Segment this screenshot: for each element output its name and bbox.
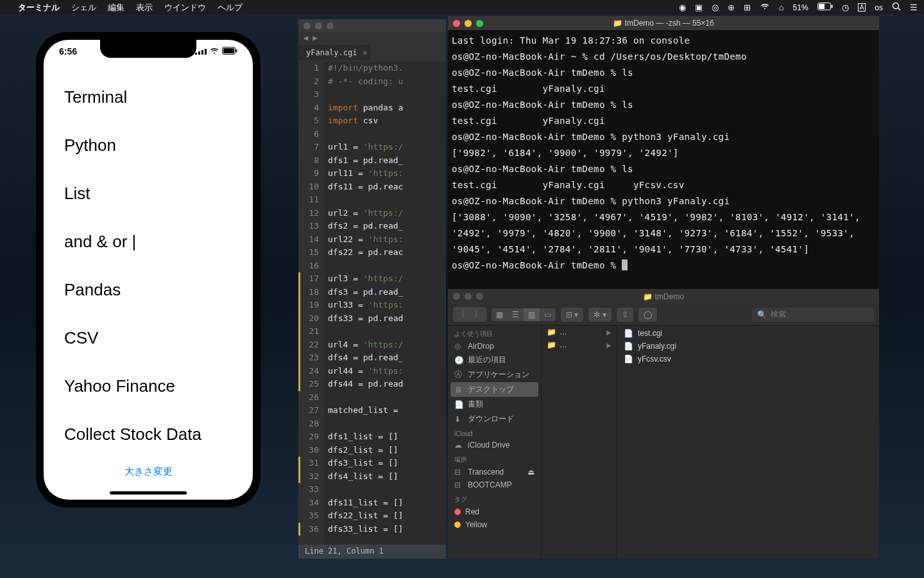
share-button[interactable]: ⇧ (617, 308, 633, 322)
phone-row[interactable]: Terminal (64, 73, 232, 121)
display-icon[interactable]: ▣ (695, 3, 703, 12)
battery-percent: 51% (793, 3, 809, 12)
editor-titlebar (298, 19, 446, 32)
eject-icon[interactable]: ⏏ (527, 468, 535, 477)
file-item[interactable]: 📄yFanaly.cgi (617, 340, 879, 353)
svg-rect-7 (201, 50, 203, 55)
home-indicator[interactable] (110, 491, 187, 495)
sidebar-tag-yellow[interactable]: Yellow (448, 518, 541, 531)
circle-icon[interactable]: ◎ (712, 3, 719, 12)
view-list-button[interactable]: ☰ (508, 308, 524, 321)
applications-icon: Ⓐ (454, 369, 463, 380)
chevron-right-icon: ▶ (606, 342, 612, 349)
finder-search[interactable]: 🔍 検索 (752, 308, 874, 322)
code-lines[interactable]: #!/bin/python3.# -*- coding: u import pa… (324, 62, 403, 545)
clock-icon[interactable]: ◷ (842, 3, 849, 12)
file-item[interactable]: 📄test.cgi (617, 327, 879, 340)
sidebar-item-iclouddrive[interactable]: ☁iCloud Drive (448, 439, 541, 451)
phone-row[interactable]: Collect Stock Data (64, 410, 232, 459)
minimize-icon[interactable] (465, 20, 472, 27)
tag-dot-yellow-icon (454, 521, 461, 528)
battery-icon[interactable] (817, 3, 833, 12)
plugin-icon[interactable]: ⊕ (728, 3, 735, 12)
maximize-icon[interactable] (476, 20, 483, 27)
svg-rect-1 (819, 4, 825, 9)
sidebar-item-desktop[interactable]: 🖥デスクトップ (450, 382, 538, 397)
action-button[interactable]: ✻ ▾ (588, 308, 611, 322)
close-icon[interactable] (453, 293, 460, 300)
menu-help[interactable]: ヘルプ (218, 2, 243, 13)
terminal-body[interactable]: Last login: Thu Mar 19 18:27:36 on conso… (448, 30, 879, 289)
editor-nav[interactable]: ◀ ▶ (298, 32, 446, 44)
file-item[interactable]: 📄yFcsv.csv (617, 353, 879, 365)
tab-close-icon[interactable]: × (363, 48, 367, 57)
close-icon[interactable] (304, 22, 311, 30)
finder-toolbar: 〈 〉 ▦ ☰ ▥ ▭ ⊟ ▾ ✻ ▾ ⇧ ◯ 🔍 検索 (448, 304, 879, 326)
phone-row[interactable]: and & or | (64, 218, 232, 266)
menu-edit[interactable]: 編集 (108, 2, 124, 13)
maximize-icon[interactable] (327, 22, 334, 30)
phone-notch (100, 40, 196, 58)
drive-icon: ⊟ (454, 480, 463, 489)
phone-row[interactable]: Python (64, 121, 232, 170)
svg-line-4 (898, 8, 901, 11)
sidebar-locations-header: 場所 (448, 451, 541, 466)
menu-window[interactable]: ウインドウ (164, 2, 206, 13)
grid-icon[interactable]: ⊞ (744, 3, 751, 12)
menu-list-icon[interactable]: ☰ (910, 3, 918, 12)
code-body[interactable]: 1234567891011121314151617181920212223242… (298, 62, 446, 545)
sidebar-item-transcend[interactable]: ⊟Transcend⏏ (448, 466, 541, 478)
desktop-icon: 🖥 (454, 385, 463, 394)
spotlight-icon[interactable] (892, 2, 901, 13)
downloads-icon: ⬇ (454, 415, 463, 424)
svg-rect-11 (236, 49, 237, 53)
sidebar-item-documents[interactable]: 📄書類 (448, 397, 541, 412)
svg-rect-10 (223, 48, 234, 53)
sidebar-item-recents[interactable]: 🕘最近の項目 (448, 353, 541, 367)
editor-tab[interactable]: yFanaly.cgi × (298, 45, 371, 60)
close-icon[interactable] (453, 20, 460, 27)
phone-row[interactable]: List (64, 170, 232, 218)
phone-row[interactable]: Yahoo Finance (64, 362, 232, 410)
view-icon-button[interactable]: ▦ (492, 308, 508, 321)
phone-list: Terminal Python List and & or | Pandas C… (44, 57, 253, 475)
minimize-icon[interactable] (465, 293, 472, 300)
view-gallery-button[interactable]: ▭ (540, 308, 556, 321)
sidebar-item-applications[interactable]: Ⓐアプリケーション (448, 367, 541, 382)
forward-button[interactable]: 〉 (470, 307, 486, 322)
terminal-titlebar[interactable]: 📁 tmDemo — -zsh — 55×16 (448, 16, 879, 30)
menu-app[interactable]: ターミナル (18, 2, 60, 13)
view-buttons: ▦ ☰ ▥ ▭ (492, 308, 556, 321)
folder-icon: 📁 (547, 328, 556, 337)
tag-button[interactable]: ◯ (638, 308, 657, 322)
sidebar-item-downloads[interactable]: ⬇ダウンロード (448, 412, 541, 426)
wifi-icon[interactable] (760, 3, 770, 12)
group-button[interactable]: ⊟ ▾ (561, 308, 583, 322)
maximize-icon[interactable] (476, 293, 483, 300)
sidebar-item-airdrop[interactable]: ◎AirDrop (448, 340, 541, 353)
sidebar-tag-red[interactable]: Red (448, 505, 541, 518)
editor-tab-label: yFanaly.cgi (306, 48, 357, 57)
sidebar-item-bootcamp[interactable]: ⊟BOOTCAMP (448, 478, 541, 491)
chevron-right-icon: ▶ (606, 329, 612, 336)
cloud-icon: ☁ (454, 441, 463, 450)
sidebar-favorites-header: よく使う項目 (448, 326, 541, 340)
finder-titlebar[interactable]: 📁 tmDemo (448, 289, 879, 304)
phone-bottom-link[interactable]: 大きさ変更 (44, 466, 253, 478)
phone-row[interactable]: CSV (64, 314, 232, 362)
column-folder[interactable]: 📁…▶ (542, 326, 617, 338)
editor-tabstrip: yFanaly.cgi × (298, 44, 446, 62)
record-icon[interactable]: ◉ (679, 3, 686, 12)
column-folder[interactable]: 📁…▶ (542, 338, 617, 351)
sidebar-icloud-header: iCloud (448, 426, 541, 439)
view-column-button[interactable]: ▥ (524, 308, 540, 321)
user-label[interactable]: os (875, 3, 883, 12)
minimize-icon[interactable] (315, 22, 322, 30)
airplay-icon[interactable]: ⌂ (779, 3, 784, 12)
back-button[interactable]: 〈 (453, 307, 470, 322)
menu-view[interactable]: 表示 (136, 2, 153, 13)
input-a-icon[interactable]: A (858, 3, 866, 12)
phone-row[interactable]: Pandas (64, 266, 232, 314)
menu-shell[interactable]: シェル (71, 2, 96, 13)
finder-sidebar: よく使う項目 ◎AirDrop 🕘最近の項目 Ⓐアプリケーション 🖥デスクトップ… (448, 326, 542, 559)
